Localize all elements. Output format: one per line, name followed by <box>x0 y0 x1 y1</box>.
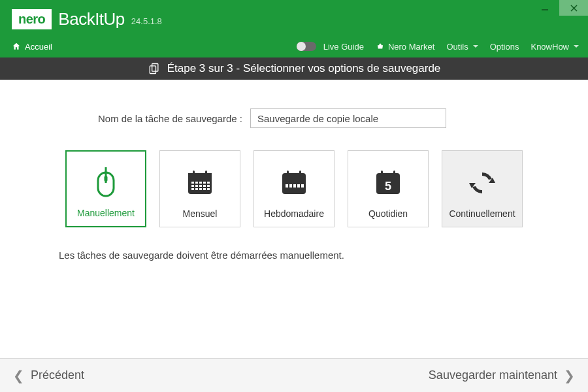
footer-bar: ❮ Précédent Sauvegarder maintenant ❯ <box>0 358 588 392</box>
svg-rect-17 <box>207 182 210 184</box>
nero-market-link[interactable]: Nero Market <box>376 42 435 52</box>
svg-rect-24 <box>195 188 198 190</box>
svg-rect-25 <box>199 188 202 190</box>
calendar-month-icon <box>185 168 215 198</box>
svg-rect-20 <box>199 185 202 187</box>
chevron-down-icon <box>473 45 478 48</box>
market-label: Nero Market <box>388 42 435 52</box>
live-guide-toggle[interactable]: Live Guide <box>297 42 364 52</box>
prev-button[interactable]: ❮ Précédent <box>13 368 84 384</box>
sync-icon <box>468 169 497 197</box>
home-link[interactable]: Accueil <box>12 42 52 52</box>
svg-rect-32 <box>289 184 292 188</box>
svg-rect-14 <box>195 182 198 184</box>
option-label: Manuellement <box>77 208 135 218</box>
svg-rect-11 <box>193 171 195 176</box>
option-monthly[interactable]: Mensuel <box>159 150 240 227</box>
svg-rect-18 <box>191 185 194 187</box>
backup-name-row: Nom de la tâche de sauvegarde : <box>98 108 529 128</box>
svg-rect-3 <box>152 64 157 72</box>
calendar-week-icon <box>279 168 309 198</box>
svg-rect-16 <box>203 182 206 184</box>
chevron-left-icon: ❮ <box>13 368 24 384</box>
toggle-switch[interactable] <box>297 42 316 51</box>
home-label: Accueil <box>25 42 52 52</box>
svg-rect-26 <box>203 188 206 190</box>
svg-rect-0 <box>542 9 548 10</box>
app-name: BackItUp <box>58 9 125 29</box>
step-title: Étape 3 sur 3 - Sélectionner vos options… <box>167 62 441 75</box>
svg-rect-38 <box>393 171 395 176</box>
home-icon <box>12 42 21 51</box>
close-button[interactable] <box>559 0 588 16</box>
option-label: Quotidien <box>368 208 408 219</box>
copy-icon <box>148 62 161 75</box>
tools-label: Outils <box>446 42 468 52</box>
backup-name-label: Nom de la tâche de sauvegarde : <box>98 113 242 124</box>
svg-rect-15 <box>199 182 202 184</box>
svg-rect-28 <box>282 173 306 194</box>
svg-rect-37 <box>381 171 383 176</box>
option-label: Continuellement <box>449 208 515 219</box>
svg-rect-34 <box>297 184 300 188</box>
knowhow-menu[interactable]: KnowHow <box>531 42 579 52</box>
content-area: Nom de la tâche de sauvegarde : Manuelle… <box>0 80 588 261</box>
option-label: Hebdomadaire <box>264 208 324 219</box>
svg-rect-33 <box>293 184 296 188</box>
app-version: 24.5.1.8 <box>131 16 162 26</box>
live-guide-label: Live Guide <box>323 42 364 52</box>
svg-rect-19 <box>195 185 198 187</box>
svg-rect-35 <box>301 184 304 188</box>
options-label: Options <box>490 42 519 52</box>
titlebar: nero BackItUp 24.5.1.8 <box>0 0 588 38</box>
svg-rect-23 <box>191 188 194 190</box>
tools-menu[interactable]: Outils <box>446 42 478 52</box>
svg-rect-22 <box>207 185 210 187</box>
window-controls <box>531 0 588 16</box>
knowhow-label: KnowHow <box>531 42 569 52</box>
svg-rect-7 <box>105 176 108 182</box>
svg-rect-10 <box>188 173 212 179</box>
svg-rect-31 <box>286 184 288 188</box>
option-weekly[interactable]: Hebdomadaire <box>253 150 335 227</box>
next-label: Sauvegarder maintenant <box>429 368 557 382</box>
svg-rect-12 <box>205 171 207 176</box>
nero-logo: nero <box>12 9 52 29</box>
svg-rect-27 <box>207 188 210 190</box>
mouse-icon <box>92 166 120 199</box>
svg-rect-29 <box>287 171 289 176</box>
options-menu[interactable]: Options <box>490 42 519 52</box>
minimize-icon <box>541 4 549 12</box>
prev-label: Précédent <box>31 368 84 382</box>
logo-text: nero <box>18 12 45 27</box>
option-continuous[interactable]: Continuellement <box>442 150 523 227</box>
backup-name-input[interactable] <box>250 108 446 128</box>
minimize-button[interactable] <box>531 0 559 16</box>
schedule-description: Les tâches de sauvegarde doivent être dé… <box>59 250 529 261</box>
svg-rect-13 <box>191 182 194 184</box>
basket-icon <box>376 42 385 51</box>
option-daily[interactable]: 5 Quotidien <box>348 150 429 227</box>
calendar-day-icon: 5 <box>373 168 403 198</box>
close-icon <box>570 5 578 12</box>
svg-rect-21 <box>203 185 206 187</box>
svg-text:5: 5 <box>385 180 391 193</box>
option-manual[interactable]: Manuellement <box>65 150 146 227</box>
next-button[interactable]: Sauvegarder maintenant ❯ <box>429 368 575 384</box>
schedule-options: Manuellement Mensuel <box>59 150 529 227</box>
svg-rect-30 <box>299 171 301 176</box>
chevron-right-icon: ❯ <box>564 368 575 384</box>
menubar: Accueil Live Guide Nero Market Outils Op… <box>0 38 588 57</box>
step-bar: Étape 3 sur 3 - Sélectionner vos options… <box>0 57 588 80</box>
option-label: Mensuel <box>183 208 218 219</box>
chevron-down-icon <box>574 45 579 48</box>
svg-rect-4 <box>150 66 155 74</box>
